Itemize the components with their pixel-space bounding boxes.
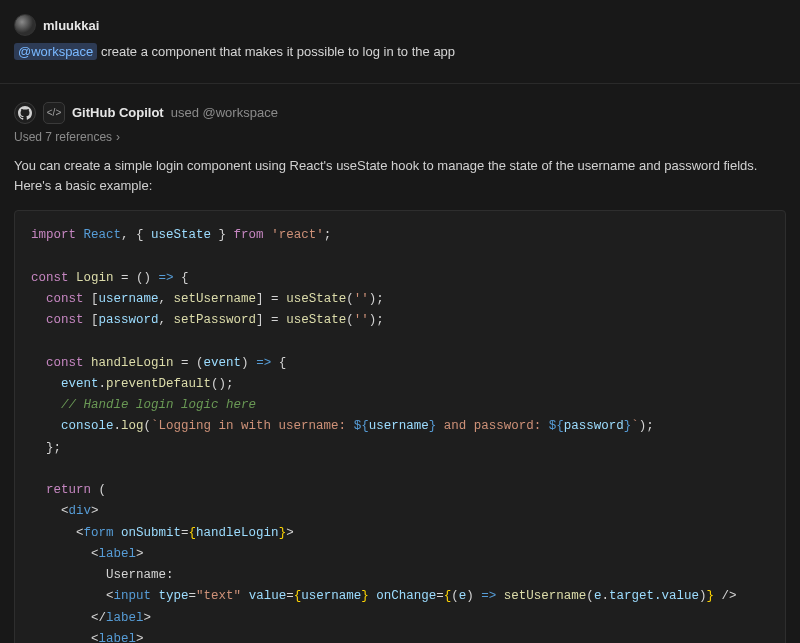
references-toggle[interactable]: Used 7 references › xyxy=(14,130,786,144)
workspace-icon: </> xyxy=(43,102,65,124)
user-prompt: @workspace create a component that makes… xyxy=(14,42,786,63)
copilot-icon xyxy=(14,102,36,124)
username-label: mluukkai xyxy=(43,18,99,33)
used-label: used @workspace xyxy=(171,105,278,120)
copilot-message: </> GitHub Copilot used @workspace Used … xyxy=(0,98,800,643)
copilot-explanation: You can create a simple login component … xyxy=(14,156,786,196)
prompt-text: create a component that makes it possibl… xyxy=(101,44,455,59)
copilot-name: GitHub Copilot xyxy=(72,105,164,120)
references-label: Used 7 references xyxy=(14,130,112,144)
avatar xyxy=(14,14,36,36)
user-message: mluukkai @workspace create a component t… xyxy=(0,10,800,73)
workspace-mention[interactable]: @workspace xyxy=(14,43,97,60)
chevron-right-icon: › xyxy=(116,130,120,144)
message-divider xyxy=(0,83,800,84)
code-block[interactable]: import React, { useState } from 'react';… xyxy=(14,210,786,643)
